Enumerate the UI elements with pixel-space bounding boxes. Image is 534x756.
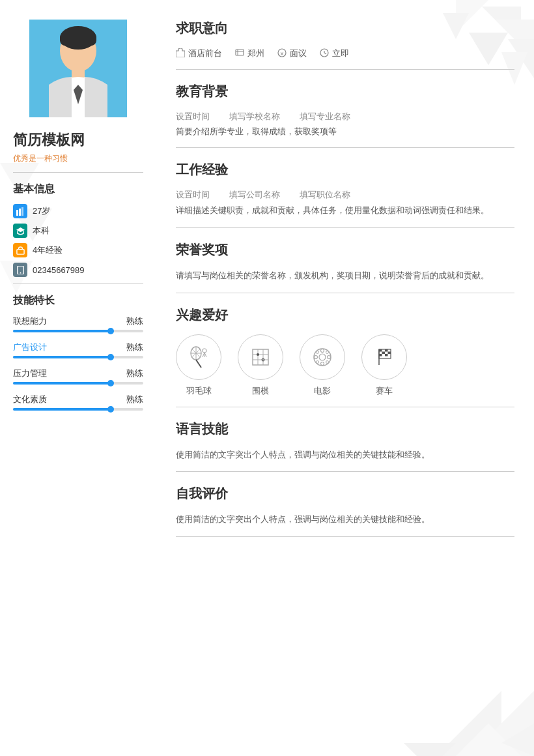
svg-point-53 [321, 349, 324, 352]
skill-level-3: 熟练 [126, 394, 143, 405]
skill-header-0: 联想能力 熟练 [13, 315, 143, 327]
svg-point-25 [20, 272, 21, 273]
edu-row: 设置时间 填写学校名称 填写专业名称 [176, 111, 514, 123]
site-slogan: 优秀是一种习惯 [13, 153, 143, 164]
svg-line-39 [196, 360, 201, 368]
basic-info-title: 基本信息 [13, 182, 143, 196]
experience-text: 4年经验 [33, 244, 63, 256]
intent-job: 酒店前台 [176, 48, 222, 59]
hobby-racing-label: 赛车 [376, 385, 393, 397]
skill-item-2: 压力管理 熟练 [13, 368, 143, 385]
phone-text: 02345667989 [33, 265, 85, 275]
skill-bar-fill-2 [13, 382, 111, 385]
skill-level-0: 熟练 [126, 315, 143, 327]
phone-icon [13, 263, 27, 277]
intent-salary: ¥ 面议 [277, 48, 307, 59]
skill-name-3: 文化素质 [13, 394, 47, 405]
intent-salary-text: 面议 [290, 48, 307, 59]
skill-bar-fill-0 [13, 330, 111, 332]
svg-rect-23 [16, 249, 23, 254]
hobby-chess-icon [238, 334, 283, 380]
main-content: 求职意向 酒店前台 郑州 ¥ 面议 [156, 0, 534, 756]
work-desc: 详细描述关键职责，成就和贡献，具体任务，使用量化数据和动词强调责任和结果。 [176, 204, 514, 218]
svg-text:¥: ¥ [280, 51, 284, 57]
age-icon [13, 204, 27, 218]
skill-bar-fill-1 [13, 356, 111, 358]
section-divider-self [176, 536, 514, 537]
svg-rect-64 [385, 349, 388, 352]
intent-location-icon [235, 48, 244, 59]
education-section: 教育背景 设置时间 填写学校名称 填写专业名称 简要介绍所学专业，取得成绩，获取… [176, 83, 514, 148]
intent-job-text: 酒店前台 [188, 48, 222, 59]
intent-location-text: 郑州 [247, 48, 264, 59]
svg-point-58 [326, 360, 329, 363]
hobby-chess-label: 围棋 [252, 385, 269, 397]
self-eval-section: 自我评价 使用简洁的文字突出个人特点，强调与岗位相关的关键技能和经验。 [176, 485, 514, 537]
skill-level-2: 熟练 [126, 368, 143, 379]
self-eval-desc: 使用简洁的文字突出个人特点，强调与岗位相关的关键技能和经验。 [176, 513, 514, 527]
hobby-movie-label: 电影 [314, 385, 331, 397]
skill-bar-track-1 [13, 356, 143, 358]
work-section: 工作经验 设置时间 填写公司名称 填写职位名称 详细描述关键职责，成就和贡献，具… [176, 161, 514, 228]
section-divider-edu [176, 147, 514, 148]
skill-name-1: 广告设计 [13, 342, 47, 353]
skill-bar-fill-3 [13, 408, 111, 411]
svg-rect-65 [382, 351, 386, 354]
hobby-badminton: 羽毛球 [176, 334, 221, 397]
svg-point-59 [316, 360, 319, 363]
hobbies-section: 兴趣爱好 [176, 306, 514, 407]
intent-time-icon [320, 48, 329, 59]
svg-rect-20 [16, 210, 18, 216]
education-text: 本科 [33, 225, 49, 237]
work-time: 设置时间 [176, 189, 210, 201]
info-education: 本科 [13, 224, 143, 238]
skill-item-3: 文化素质 熟练 [13, 394, 143, 411]
svg-rect-26 [236, 50, 244, 55]
info-phone: 02345667989 [13, 263, 143, 277]
intent-salary-icon: ¥ [277, 48, 287, 59]
svg-point-52 [319, 354, 326, 360]
skill-header-3: 文化素质 熟练 [13, 394, 143, 405]
avatar-container [29, 20, 127, 117]
self-eval-title: 自我评价 [176, 485, 514, 505]
svg-point-55 [315, 355, 318, 358]
skill-name-2: 压力管理 [13, 368, 47, 379]
award-desc: 请填写与岗位相关的荣誉名称，颁发机构，奖项日期，说明荣誉背后的成就和贡献。 [176, 269, 514, 283]
intent-job-icon [176, 48, 185, 59]
sidebar-divider-1 [13, 172, 143, 173]
skill-bar-dot-1 [107, 354, 114, 360]
hobby-movie: 电影 [300, 334, 345, 397]
svg-rect-67 [379, 354, 382, 356]
hobby-chess: 围棋 [238, 334, 283, 397]
svg-line-33 [324, 53, 326, 54]
svg-point-49 [257, 353, 259, 356]
hobbies-title: 兴趣爱好 [176, 306, 514, 327]
awards-section: 荣誉奖项 请填写与岗位相关的荣誉名称，颁发机构，奖项日期，说明荣誉背后的成就和贡… [176, 241, 514, 293]
svg-point-50 [262, 358, 264, 361]
hobby-racing-icon [361, 334, 407, 380]
language-desc: 使用简洁的文字突出个人特点，强调与岗位相关的关键技能和经验。 [176, 448, 514, 462]
svg-point-40 [203, 349, 206, 353]
section-divider-awards [176, 293, 514, 293]
sidebar: 简历模板网 优秀是一种习惯 基本信息 27岁 本科 4年经验 023456679… [0, 0, 156, 756]
skills-section: 联想能力 熟练 广告设计 熟练 压力管理 熟练 [13, 315, 143, 411]
skill-item-1: 广告设计 熟练 [13, 342, 143, 358]
edu-time: 设置时间 [176, 111, 210, 123]
edu-major: 填写专业名称 [300, 111, 350, 123]
age-text: 27岁 [33, 205, 50, 217]
skill-level-1: 熟练 [126, 342, 143, 353]
job-intent-section: 求职意向 酒店前台 郑州 ¥ 面议 [176, 20, 514, 70]
svg-rect-21 [19, 209, 21, 216]
hobby-badminton-label: 羽毛球 [186, 385, 212, 397]
hobby-badminton-icon [176, 334, 221, 380]
hobby-racing: 赛车 [361, 334, 407, 397]
info-experience: 4年经验 [13, 243, 143, 257]
skill-bar-track-0 [13, 330, 143, 332]
work-company: 填写公司名称 [229, 189, 280, 201]
skill-header-1: 广告设计 熟练 [13, 342, 143, 353]
education-title: 教育背景 [176, 83, 514, 103]
avatar-svg [29, 20, 127, 117]
svg-rect-68 [385, 354, 388, 356]
info-age: 27岁 [13, 204, 143, 218]
skill-bar-dot-3 [107, 406, 114, 413]
